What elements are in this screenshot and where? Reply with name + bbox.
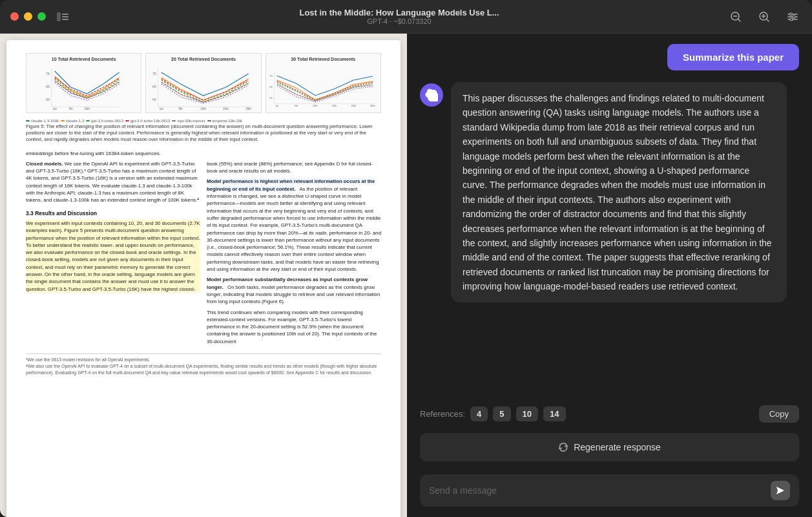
legend-item-3: gpt-3.5-turbo-0613: [86, 118, 123, 123]
svg-rect-2: [62, 16, 68, 17]
svg-text:20th: 20th: [351, 104, 355, 107]
svg-point-16: [790, 18, 793, 21]
bold-para-2: Model performance substantially decrease…: [207, 276, 381, 305]
ref-badge-14[interactable]: 14: [543, 406, 565, 421]
legend-item-2: claude-1.3: [61, 118, 84, 123]
chart-3-placeholder: 75 65 55 1st 5th 10th 15th 20th 30th: [269, 65, 378, 110]
svg-rect-3: [62, 19, 68, 20]
settings-button[interactable]: [784, 8, 802, 26]
svg-text:1st: 1st: [53, 107, 57, 110]
ai-message-bubble: This paper discusses the challenges and …: [451, 82, 787, 302]
chart-3-title: 30 Total Retrieved Documents: [269, 56, 378, 63]
titlebar: Lost in the Middle: How Language Models …: [0, 0, 812, 34]
minimize-button[interactable]: [24, 12, 32, 21]
send-button[interactable]: [771, 481, 790, 500]
main-content: 10 Total Retrieved Documents: [0, 34, 812, 517]
pdf-col-right: book (55%) and oracle (88%) performance;…: [207, 160, 381, 348]
chart-1-placeholder: 75 65 55 1st 5th 10th: [29, 65, 138, 110]
svg-rect-0: [57, 12, 61, 21]
svg-text:65: 65: [152, 85, 156, 89]
svg-text:75: 75: [46, 72, 50, 76]
pdf-body: embeddings before fine-tuning with 16384…: [26, 150, 381, 377]
chart-2-title: 20 Total Retrieved Documents: [149, 56, 258, 63]
closed-models-heading: Closed models. We use the OpenAI API to …: [26, 160, 200, 204]
charts-area: 10 Total Retrieved Documents: [26, 53, 381, 113]
svg-text:10th: 10th: [313, 104, 317, 107]
chart-2: 20 Total Retrieved Documents 75 65: [145, 53, 261, 113]
title-section: Lost in the Middle: How Language Models …: [79, 8, 719, 25]
figure-caption: Figure 5: The effect of changing the pos…: [26, 123, 381, 143]
regenerate-icon: [558, 442, 568, 452]
ref-badge-5[interactable]: 5: [493, 406, 510, 421]
ai-avatar: [420, 83, 443, 107]
footnotes: ³We use the 0613 model revisions for all…: [26, 353, 381, 376]
zoom-out-button[interactable]: [727, 8, 745, 26]
svg-text:10th: 10th: [84, 107, 90, 110]
pdf-inner: 10 Total Retrieved Documents: [6, 40, 401, 517]
svg-point-15: [793, 16, 795, 18]
svg-text:65: 65: [46, 85, 50, 89]
regenerate-button[interactable]: Regenerate response: [420, 433, 799, 461]
legend-item-5: mpt-30b-instruct: [172, 118, 205, 123]
svg-text:75: 75: [269, 74, 273, 78]
chat-input-row: [407, 469, 812, 517]
legend-item-6: longchat-13b-16k: [207, 118, 242, 123]
chart-1-title: 10 Total Retrieved Documents: [29, 56, 138, 63]
ai-message-text: This paper discusses the challenges and …: [463, 93, 772, 291]
chat-header: Summarize this paper: [407, 34, 812, 76]
svg-text:10th: 10th: [201, 107, 207, 110]
chart-2-placeholder: 75 65 55 1st 5th 10th 15th 20th: [149, 65, 258, 110]
maximize-button[interactable]: [37, 12, 46, 21]
right-col-start: book (55%) and oracle (88%) performance;…: [207, 160, 381, 175]
svg-point-14: [789, 13, 792, 16]
chat-input[interactable]: [429, 485, 765, 496]
svg-line-10: [767, 19, 769, 21]
svg-text:15th: 15th: [332, 104, 337, 107]
regenerate-row: Regenerate response: [407, 428, 812, 469]
chat-panel: Summarize this paper This paper discusse…: [407, 34, 812, 517]
close-button[interactable]: [10, 12, 19, 21]
pdf-panel: 10 Total Retrieved Documents: [0, 34, 407, 517]
svg-text:65: 65: [269, 85, 273, 89]
pdf-col-left: Closed models. We use the OpenAI API to …: [26, 160, 200, 348]
legend-item-1: claude-1.3-100k: [26, 118, 59, 123]
pdf-columns: Closed models. We use the OpenAI API to …: [26, 160, 381, 348]
traffic-lights: [10, 12, 46, 21]
svg-text:5th: 5th: [69, 107, 74, 110]
window-subtitle: GPT-4 · ~$0.073320: [367, 17, 431, 25]
zoom-in-button[interactable]: [755, 8, 773, 26]
svg-text:55: 55: [269, 96, 273, 100]
copy-button[interactable]: Copy: [759, 405, 799, 423]
svg-text:55: 55: [152, 98, 156, 101]
svg-text:30th: 30th: [370, 104, 375, 107]
window-title: Lost in the Middle: How Language Models …: [299, 8, 499, 17]
chat-input-wrapper: [420, 474, 799, 507]
regenerate-label: Regenerate response: [574, 442, 661, 452]
svg-text:1st: 1st: [275, 104, 279, 107]
svg-line-6: [738, 19, 740, 21]
final-para: This trend continues when comparing mode…: [207, 309, 381, 345]
pdf-para-1: embeddings before fine-tuning with 16384…: [26, 150, 381, 157]
sidebar-toggle-button[interactable]: [54, 8, 72, 26]
chart-legend: claude-1.3-100k claude-1.3 gpt-3.5-turbo…: [26, 118, 381, 123]
svg-text:20th: 20th: [246, 107, 252, 110]
chat-messages: This paper discusses the challenges and …: [407, 76, 812, 405]
section-33-heading: 3.3 Results and Discussion: [26, 209, 200, 217]
ref-badge-4[interactable]: 4: [470, 406, 488, 421]
chart-1: 10 Total Retrieved Documents: [26, 53, 141, 113]
section-33-text: We experiment with input contexts contai…: [26, 220, 200, 293]
chart-3: 30 Total Retrieved Documents 75 65: [265, 53, 381, 113]
svg-text:5th: 5th: [294, 104, 297, 107]
ai-message-row: This paper discusses the challenges and …: [420, 82, 799, 302]
titlebar-actions: [727, 8, 802, 26]
legend-item-4: gpt-3.5-turbo-16k-0613: [125, 118, 170, 123]
references-label: References:: [420, 409, 465, 419]
svg-text:15th: 15th: [224, 107, 229, 110]
bold-para-1: Model performance is highest when releva…: [207, 178, 381, 273]
references-row: References: 4 5 10 14 Copy: [407, 405, 812, 428]
svg-text:55: 55: [46, 98, 50, 101]
send-icon: [776, 486, 785, 495]
summarize-button[interactable]: Summarize this paper: [667, 44, 799, 70]
ref-badge-10[interactable]: 10: [516, 406, 538, 421]
svg-text:75: 75: [152, 72, 156, 76]
